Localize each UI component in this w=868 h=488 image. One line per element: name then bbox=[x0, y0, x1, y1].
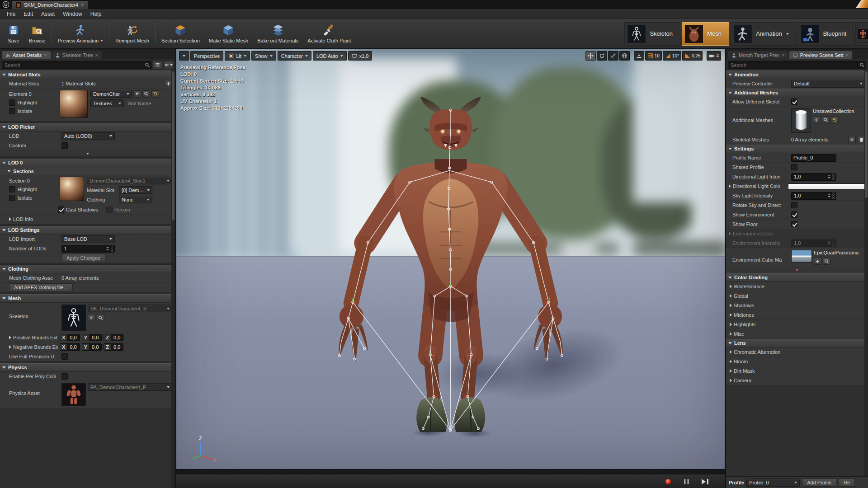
menu-file[interactable]: File bbox=[3, 9, 19, 19]
use-selected-button[interactable] bbox=[133, 90, 141, 98]
grid-snap-button[interactable]: 10 bbox=[645, 51, 662, 61]
use-selected-button[interactable] bbox=[813, 116, 821, 123]
browse-to-asset-button[interactable] bbox=[142, 90, 150, 98]
screen-size-button[interactable]: x1,0 bbox=[348, 51, 373, 61]
viewport-scene[interactable] bbox=[176, 49, 725, 469]
expand-arrow-icon[interactable] bbox=[729, 184, 731, 188]
lit-button[interactable]: Lit bbox=[225, 51, 250, 61]
bake-out-materials-button[interactable]: Bake out Materials bbox=[253, 22, 303, 45]
environment-cubemap-thumbnail[interactable] bbox=[791, 250, 812, 263]
browse-to-asset-button[interactable] bbox=[822, 116, 830, 123]
positive-bounds-y[interactable]: Y0,0 bbox=[82, 334, 102, 341]
category-lod0[interactable]: LOD 0 bbox=[0, 159, 175, 167]
lod-dropdown[interactable]: Auto (LOD0) bbox=[61, 132, 115, 140]
left-panel-scrollbar[interactable] bbox=[171, 70, 175, 488]
tab-morph-target-preview[interactable]: Morph Target Prev × bbox=[728, 51, 788, 59]
expand-arrow-icon[interactable] bbox=[730, 350, 732, 354]
step-forward-button[interactable] bbox=[702, 479, 708, 484]
negative-bounds-x[interactable]: X0,0 bbox=[60, 343, 80, 351]
category-lod-picker[interactable]: LOD Picker bbox=[0, 123, 175, 131]
scene-settings-search-input[interactable] bbox=[728, 61, 866, 69]
reimport-mesh-button[interactable]: Reimport Mesh bbox=[111, 22, 154, 45]
section-highlight-checkbox[interactable] bbox=[9, 186, 15, 192]
category-settings[interactable]: Settings bbox=[726, 145, 868, 153]
section-mesh-dropdown[interactable]: DemonCharacter4_Skin1 bbox=[87, 177, 172, 184]
asset-editor-tab[interactable]: SKM_DemonCharacter4 × bbox=[12, 1, 88, 9]
add-array-element-button[interactable] bbox=[848, 136, 856, 143]
show-floor-checkbox[interactable] bbox=[791, 221, 797, 227]
tab-close-icon[interactable]: × bbox=[782, 52, 784, 58]
physics-asset-dropdown[interactable]: PA_DemonCharacter4_P bbox=[88, 383, 172, 391]
scrollbar-thumb[interactable] bbox=[865, 71, 868, 198]
expand-arrow-icon[interactable] bbox=[9, 336, 11, 339]
number-of-lods-spinner[interactable]: 1 bbox=[61, 245, 115, 253]
expand-arrow-icon[interactable] bbox=[729, 232, 731, 235]
use-selected-button[interactable] bbox=[814, 258, 821, 265]
perspective-button[interactable]: Perspective bbox=[190, 51, 223, 61]
viewport-options-button[interactable] bbox=[179, 51, 189, 61]
menu-edit[interactable]: Edit bbox=[19, 9, 37, 19]
environment-intensity-spinner[interactable]: 1,0 bbox=[791, 239, 836, 247]
skeleton-asset-dropdown[interactable]: SK_DemonCharacter4_S bbox=[88, 305, 172, 312]
profile-dropdown[interactable]: Profile_0 bbox=[746, 479, 800, 487]
rotation-snap-button[interactable]: 10° bbox=[663, 51, 681, 61]
tab-close-icon[interactable]: × bbox=[846, 52, 849, 58]
settings-expander[interactable] bbox=[726, 267, 868, 273]
translate-tool-button[interactable] bbox=[585, 51, 596, 61]
mode-physics-button-partial[interactable] bbox=[855, 22, 868, 46]
pause-button[interactable] bbox=[684, 479, 689, 484]
tab-close-icon[interactable]: × bbox=[95, 52, 98, 58]
scrollbar-thumb[interactable] bbox=[172, 71, 175, 221]
material-asset-dropdown[interactable]: DemonChar bbox=[90, 90, 132, 98]
per-poly-collision-checkbox[interactable] bbox=[61, 373, 68, 380]
mode-blueprint-button[interactable]: Blueprint bbox=[798, 22, 854, 46]
menu-asset[interactable]: Asset bbox=[37, 9, 59, 19]
expand-arrow-icon[interactable] bbox=[730, 323, 732, 326]
lod-import-dropdown[interactable]: Base LOD bbox=[61, 235, 115, 243]
right-panel-scrollbar[interactable] bbox=[864, 70, 868, 476]
activate-cloth-paint-button[interactable]: Activate Cloth Paint bbox=[303, 22, 355, 45]
tab-close-icon[interactable]: × bbox=[81, 3, 84, 7]
material-slot-dropdown[interactable]: [0] Demon bbox=[119, 186, 152, 194]
show-button[interactable]: Show bbox=[251, 51, 276, 61]
category-clothing[interactable]: Clothing bbox=[0, 265, 175, 273]
positive-bounds-z[interactable]: Z0,0 bbox=[104, 334, 123, 341]
browse-to-asset-button[interactable] bbox=[823, 258, 830, 265]
viewport-3d[interactable]: Perspective Lit Show Character LOD Auto … bbox=[176, 49, 725, 488]
skeleton-asset-thumbnail[interactable] bbox=[61, 305, 86, 331]
category-physics[interactable]: Physics bbox=[0, 363, 175, 372]
mode-animation-button[interactable]: Animation bbox=[731, 22, 797, 46]
browse-to-asset-button[interactable] bbox=[97, 314, 104, 321]
tab-asset-details[interactable]: Asset Details × bbox=[2, 51, 51, 59]
isolate-checkbox[interactable] bbox=[9, 108, 15, 114]
expand-arrow-icon[interactable] bbox=[730, 294, 732, 298]
category-additional-meshes[interactable]: Additional Meshes bbox=[726, 89, 868, 97]
material-thumbnail[interactable] bbox=[60, 90, 88, 118]
clothing-dropdown[interactable]: None bbox=[119, 196, 152, 203]
expand-arrow-icon[interactable] bbox=[730, 332, 732, 336]
negative-bounds-z[interactable]: Z0,0 bbox=[104, 343, 123, 351]
rotate-sky-checkbox[interactable] bbox=[791, 202, 797, 208]
lod-auto-button[interactable]: LOD Auto bbox=[313, 51, 347, 61]
physics-asset-thumbnail[interactable] bbox=[61, 383, 86, 406]
expand-arrow-icon[interactable] bbox=[730, 369, 732, 373]
category-mesh[interactable]: Mesh bbox=[0, 294, 175, 303]
character-button[interactable]: Character bbox=[278, 51, 311, 61]
category-lod-settings[interactable]: LOD Settings bbox=[0, 226, 175, 235]
custom-checkbox[interactable] bbox=[61, 142, 68, 149]
highlight-checkbox[interactable] bbox=[9, 99, 15, 106]
add-profile-button[interactable]: Add Profile bbox=[802, 479, 836, 487]
negative-bounds-y[interactable]: Y0,0 bbox=[82, 343, 102, 351]
expand-arrow-icon[interactable] bbox=[730, 360, 732, 363]
world-local-toggle-button[interactable] bbox=[619, 51, 630, 61]
category-lens[interactable]: Lens bbox=[726, 339, 868, 347]
preview-animation-button[interactable]: Preview Animation bbox=[53, 22, 108, 45]
save-button[interactable]: Save bbox=[3, 22, 24, 45]
full-precision-checkbox[interactable] bbox=[61, 353, 68, 360]
category-material-slots[interactable]: Material Slots bbox=[0, 70, 175, 79]
camera-speed-button[interactable]: 4 bbox=[707, 51, 721, 61]
preview-mesh-demon[interactable] bbox=[308, 94, 593, 446]
mesh-collection-thumbnail[interactable] bbox=[791, 108, 811, 133]
menu-help[interactable]: Help bbox=[86, 9, 106, 19]
details-search-input[interactable] bbox=[2, 61, 151, 69]
